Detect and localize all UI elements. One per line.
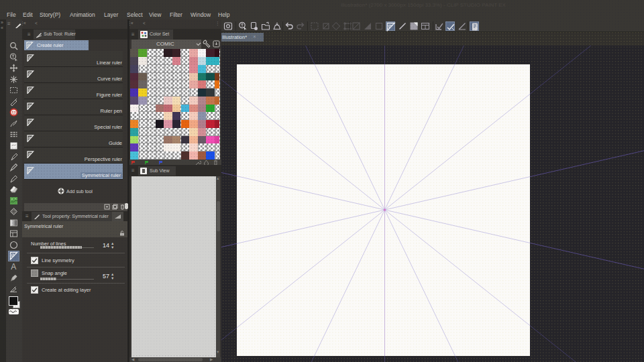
svg-text:A: A [11,262,16,271]
